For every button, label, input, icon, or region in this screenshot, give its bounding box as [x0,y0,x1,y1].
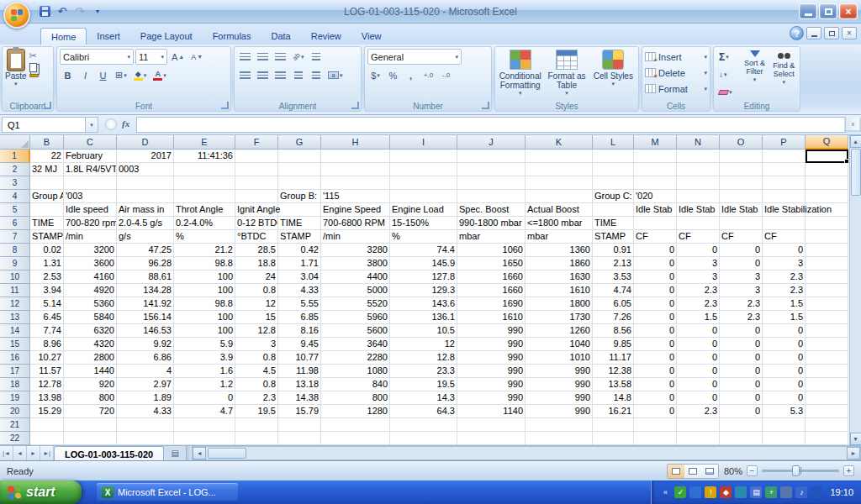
alignment-dialog-launcher-icon[interactable] [351,102,359,109]
cell-L8[interactable]: 0.91 [593,244,634,257]
wrap-text-button[interactable] [308,49,324,65]
cell-B22[interactable] [30,432,64,445]
cell-K15[interactable]: 1040 [526,338,593,351]
cell-P7[interactable]: CF [763,230,806,244]
format-painter-icon[interactable] [29,74,39,77]
cell-P20[interactable]: 5.3 [763,405,806,418]
row-header-22[interactable]: 22 [0,432,30,445]
cell-L15[interactable]: 9.85 [593,338,634,351]
cell-Q21[interactable] [806,418,848,432]
tray-app-icon[interactable]: ▤ [750,486,762,498]
ribbon-tab-view[interactable]: View [351,28,392,45]
clipboard-dialog-launcher-icon[interactable] [44,102,51,109]
cell-G3[interactable] [278,176,321,190]
row-header-3[interactable]: 3 [0,176,30,190]
cell-G19[interactable]: 14.38 [278,391,321,405]
cell-M2[interactable] [634,163,677,176]
cell-G18[interactable]: 13.18 [278,378,321,391]
cell-K10[interactable]: 1630 [526,270,593,284]
cell-J1[interactable] [457,150,526,163]
tray-volume-icon[interactable]: ♪ [795,486,807,498]
cell-D17[interactable]: 4 [117,365,174,378]
cell-O3[interactable] [720,176,763,190]
conditional-formatting-button[interactable]: Conditional Formatting ▾ [498,49,542,100]
cell-C9[interactable]: 3600 [64,257,117,270]
italic-button[interactable]: I [77,67,93,83]
cell-E1[interactable]: 11:41:36 [174,150,235,163]
cell-G20[interactable]: 15.79 [278,405,321,418]
cell-P22[interactable] [763,432,806,445]
row-header-9[interactable]: 9 [0,257,30,270]
cell-L18[interactable]: 13.58 [593,378,634,391]
cell-B4[interactable]: Group A: [30,190,64,203]
column-header-L[interactable]: L [593,135,634,150]
scroll-down-icon[interactable]: ▼ [850,433,861,445]
cell-P13[interactable]: 1.5 [763,311,806,324]
cell-H3[interactable] [321,176,390,190]
column-header-M[interactable]: M [634,135,677,150]
column-header-N[interactable]: N [677,135,720,150]
cell-B3[interactable] [30,176,64,190]
format-cells-button[interactable]: Format ▾ [645,81,707,97]
cell-M17[interactable]: 0 [634,365,677,378]
cell-Q16[interactable] [806,351,848,365]
cell-I15[interactable]: 12 [390,338,457,351]
cell-I18[interactable]: 19.5 [390,378,457,391]
cell-N2[interactable] [677,163,720,176]
paste-dropdown-icon[interactable]: ▾ [14,81,18,87]
row-header-8[interactable]: 8 [0,244,30,257]
cell-B15[interactable]: 8.96 [30,338,64,351]
ribbon-tab-home[interactable]: Home [40,28,87,45]
font-dialog-launcher-icon[interactable] [221,102,229,109]
autosum-dropdown-icon[interactable]: ▾ [726,54,729,60]
column-header-K[interactable]: K [526,135,593,150]
cell-N8[interactable]: 0 [677,244,720,257]
cell-L21[interactable] [593,418,634,432]
cell-C16[interactable]: 2800 [64,351,117,365]
font-name-dropdown-icon[interactable]: ▾ [127,54,130,60]
cell-O17[interactable]: 0 [720,365,763,378]
shrink-font-button[interactable]: A▼ [188,49,205,65]
cell-I2[interactable] [390,163,457,176]
cell-C21[interactable] [64,418,117,432]
tray-collapse-icon[interactable]: « [659,486,671,498]
cell-D22[interactable] [117,432,174,445]
cell-L3[interactable] [593,176,634,190]
decrease-indent-button[interactable] [290,67,306,83]
cell-Q3[interactable] [806,176,848,190]
cell-F2[interactable] [235,163,278,176]
cell-J4[interactable] [457,190,526,203]
cell-E18[interactable]: 1.2 [174,378,235,391]
cell-B7[interactable]: STAMP [30,230,64,244]
cell-H8[interactable]: 3280 [321,244,390,257]
column-header-O[interactable]: O [720,135,763,150]
cell-B11[interactable]: 3.94 [30,284,64,297]
minimize-button[interactable] [799,3,817,19]
cell-J10[interactable]: 1660 [457,270,526,284]
cell-G5[interactable] [278,203,321,217]
cell-D6[interactable]: 2.0-4.5 g/s [117,217,174,230]
cell-I13[interactable]: 136.1 [390,311,457,324]
formula-input[interactable] [136,117,846,133]
cell-J15[interactable]: 990 [457,338,526,351]
cell-D3[interactable] [117,176,174,190]
cell-M11[interactable]: 0 [634,284,677,297]
cell-E8[interactable]: 21.2 [174,244,235,257]
cell-N7[interactable]: CF [677,230,720,244]
font-size-combo[interactable]: 11 ▾ [135,49,167,65]
format-as-table-button[interactable]: Format as Table ▾ [544,49,589,100]
cell-D19[interactable]: 1.89 [117,391,174,405]
zoom-slider[interactable] [762,470,839,472]
ribbon-tab-page-layout[interactable]: Page Layout [130,28,203,45]
cell-D2[interactable]: 0003 [117,163,174,176]
cell-D4[interactable] [117,190,174,203]
cell-C2[interactable]: 1.8L R4/5VT [64,163,117,176]
cell-Q1[interactable] [806,150,848,163]
insert-cells-button[interactable]: + Insert ▾ [645,49,707,65]
cell-E6[interactable]: 0.2-4.0% [174,217,235,230]
cell-P16[interactable]: 0 [763,351,806,365]
cell-L22[interactable] [593,432,634,445]
borders-button[interactable]: ⊞▾ [113,67,129,83]
clear-dropdown-icon[interactable]: ▾ [729,89,732,96]
cell-K3[interactable] [526,176,593,190]
